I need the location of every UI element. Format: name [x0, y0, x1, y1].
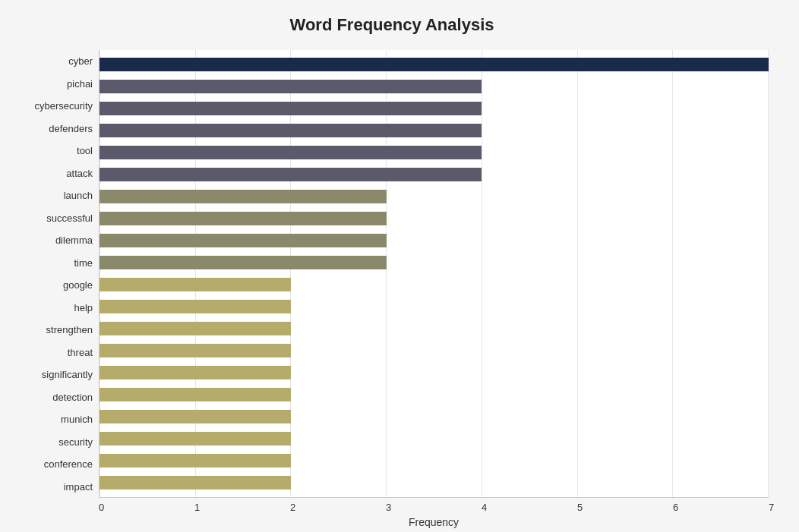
bar: [99, 476, 291, 490]
plot-area: [99, 50, 769, 498]
bar: [99, 300, 291, 313]
bar: [99, 256, 387, 269]
y-axis-label: conference: [15, 456, 93, 473]
y-axis-label: successful: [15, 209, 93, 226]
bar-row: [99, 364, 769, 381]
chart-area: cyberpichaicybersecuritydefenderstoolatt…: [15, 50, 769, 498]
bar-row: [99, 474, 769, 491]
bar: [99, 80, 482, 93]
chart-title: Word Frequency Analysis: [15, 15, 769, 35]
y-axis-label: launch: [15, 187, 93, 204]
bar-row: [99, 144, 769, 161]
y-axis-label: significantly: [15, 367, 93, 383]
bar-row: [99, 408, 769, 425]
bar: [99, 168, 482, 181]
bar: [99, 58, 769, 71]
y-axis-label: security: [15, 433, 93, 450]
x-axis-title: Frequency: [99, 516, 769, 528]
y-axis-label: detection: [15, 389, 93, 405]
bar: [99, 234, 387, 247]
y-axis-label: help: [15, 299, 93, 316]
bar-row: [99, 166, 769, 183]
bar: [99, 146, 482, 159]
y-axis-label: cybersecurity: [15, 98, 93, 115]
chart-container: Word Frequency Analysis cyberpichaicyber…: [0, 0, 799, 532]
y-axis-label: google: [15, 277, 93, 294]
bar: [99, 344, 291, 357]
bar: [99, 278, 291, 291]
bar-row: [99, 452, 769, 469]
y-axis-label: impact: [15, 478, 93, 495]
bar-row: [99, 298, 769, 315]
bar: [99, 124, 482, 137]
bar-row: [99, 56, 769, 73]
bar: [99, 410, 291, 423]
y-axis-label: munich: [15, 411, 93, 428]
bar-row: [99, 276, 769, 293]
bar: [99, 322, 291, 335]
bar: [99, 102, 482, 115]
bar-row: [99, 210, 769, 227]
y-axis-label: tool: [15, 143, 93, 159]
bar-row: [99, 78, 769, 95]
bar-row: [99, 232, 769, 249]
bar-row: [99, 254, 769, 271]
bar-row: [99, 430, 769, 447]
bar: [99, 432, 291, 445]
y-axis-label: attack: [15, 165, 93, 181]
bar-row: [99, 386, 769, 403]
bar-row: [99, 320, 769, 337]
y-axis-label: pichai: [15, 75, 93, 92]
y-axis-label: defenders: [15, 120, 93, 137]
y-axis-label: strengthen: [15, 322, 93, 338]
bar-row: [99, 100, 769, 117]
bar: [99, 454, 291, 467]
y-axis-label: cyber: [15, 53, 93, 70]
y-axis: cyberpichaicybersecuritydefenderstoolatt…: [15, 50, 99, 498]
bar: [99, 388, 291, 401]
bar-row: [99, 122, 769, 139]
bar: [99, 366, 291, 379]
bar: [99, 212, 387, 225]
y-axis-label: time: [15, 254, 93, 271]
y-axis-label: threat: [15, 344, 93, 360]
bar: [99, 190, 387, 203]
bar-row: [99, 342, 769, 359]
bar-row: [99, 188, 769, 205]
y-axis-label: dilemma: [15, 232, 93, 249]
